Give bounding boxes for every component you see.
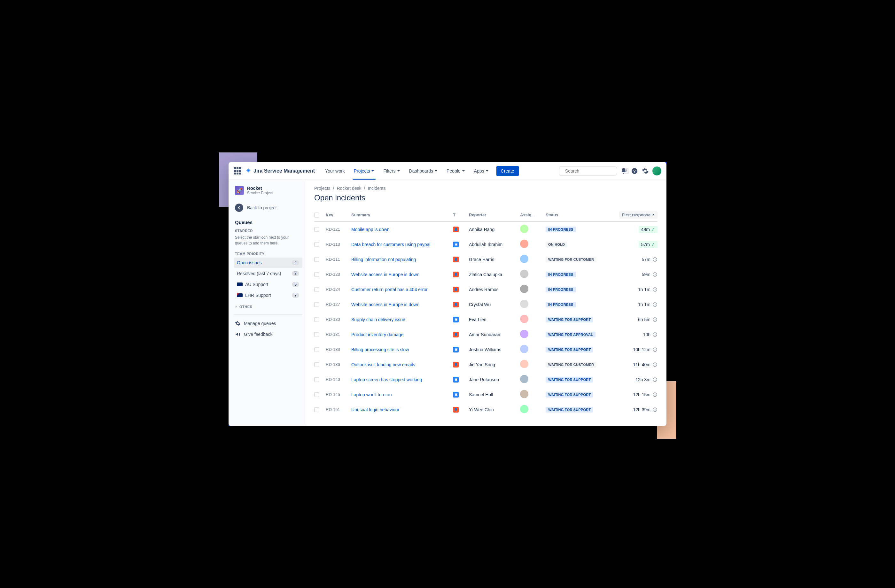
issue-summary-link[interactable]: Data breach for customers using paypal — [351, 242, 430, 247]
issue-summary-link[interactable]: Customer return portal has a 404 error — [351, 287, 428, 292]
breadcrumb-link[interactable]: Projects — [314, 186, 331, 191]
issue-key[interactable]: RD-136 — [326, 362, 351, 367]
response-time: 59m — [642, 272, 651, 277]
row-checkbox[interactable] — [314, 377, 319, 382]
issue-key[interactable]: RD-145 — [326, 392, 351, 397]
row-checkbox[interactable] — [314, 347, 319, 352]
col-summary[interactable]: Summary — [351, 212, 453, 217]
breadcrumb-link[interactable]: Incidents — [368, 186, 385, 191]
create-button[interactable]: Create — [496, 166, 519, 176]
nav-filters[interactable]: Filters — [379, 166, 404, 176]
notifications-icon[interactable] — [620, 167, 628, 175]
issue-key[interactable]: RD-111 — [326, 257, 351, 262]
app-switcher-icon[interactable] — [234, 167, 241, 175]
row-checkbox[interactable] — [314, 227, 319, 232]
row-checkbox[interactable] — [314, 407, 319, 412]
nav-apps[interactable]: Apps — [470, 166, 493, 176]
help-icon[interactable]: ? — [631, 167, 638, 175]
col-key[interactable]: Key — [326, 212, 351, 217]
reporter-name: Annika Rang — [469, 227, 520, 232]
sidebar-queue-item[interactable]: Resolved (last 7 days)3 — [234, 268, 302, 279]
assignee-avatar[interactable] — [520, 405, 528, 413]
table-row: RD-151 Unusual login behaviour 👤 Yi-Wen … — [314, 402, 657, 417]
issue-key[interactable]: RD-121 — [326, 227, 351, 232]
assignee-avatar[interactable] — [520, 390, 528, 398]
select-all-checkbox[interactable] — [314, 212, 319, 218]
row-checkbox[interactable] — [314, 317, 319, 322]
col-status[interactable]: Status — [546, 212, 606, 217]
brand[interactable]: Jira Service Management — [245, 168, 315, 174]
clock-icon — [652, 392, 657, 397]
nav-dashboards[interactable]: Dashboards — [405, 166, 442, 176]
reporter-name: Crystal Wu — [469, 302, 520, 307]
issue-key[interactable]: RD-124 — [326, 287, 351, 292]
issue-key[interactable]: RD-131 — [326, 332, 351, 337]
issue-summary-link[interactable]: Product inventory damage — [351, 332, 404, 337]
reporter-name: Andres Ramos — [469, 287, 520, 292]
assignee-avatar[interactable] — [520, 300, 528, 308]
nav-projects[interactable]: Projects — [350, 166, 378, 176]
row-checkbox[interactable] — [314, 332, 319, 337]
row-checkbox[interactable] — [314, 362, 319, 367]
row-checkbox[interactable] — [314, 257, 319, 262]
issue-summary-link[interactable]: Outlook isn't loading new emails — [351, 362, 415, 367]
assignee-avatar[interactable] — [520, 285, 528, 293]
chevron-right-icon — [235, 306, 238, 308]
assignee-avatar[interactable] — [520, 225, 528, 233]
row-checkbox[interactable] — [314, 392, 319, 397]
col-reporter[interactable]: Reporter — [469, 212, 520, 217]
issue-summary-link[interactable]: Laptop screen has stopped working — [351, 377, 422, 382]
assignee-avatar[interactable] — [520, 270, 528, 278]
issue-summary-link[interactable]: Supply chain delivery issue — [351, 317, 405, 322]
issue-summary-link[interactable]: Unusual login behaviour — [351, 407, 399, 412]
issue-key[interactable]: RD-127 — [326, 302, 351, 307]
other-section-toggle[interactable]: OTHER — [234, 302, 302, 311]
assignee-avatar[interactable] — [520, 360, 528, 368]
issue-summary-link[interactable]: Website access in Europe is down — [351, 272, 419, 277]
profile-avatar[interactable] — [652, 167, 661, 176]
issue-summary-link[interactable]: Laptop won't turn on — [351, 392, 391, 397]
sidebar-queue-item[interactable]: LHR Support7 — [234, 290, 302, 300]
issue-key[interactable]: RD-123 — [326, 272, 351, 277]
assignee-avatar[interactable] — [520, 315, 528, 323]
sidebar-queue-item[interactable]: Open issues2 — [234, 258, 302, 268]
col-assignee[interactable]: Assig... — [520, 212, 546, 217]
nav-your-work[interactable]: Your work — [321, 166, 349, 176]
project-header[interactable]: 🚀 Rocket Service Project — [234, 186, 302, 195]
first-response-cell: 12h 3m — [606, 377, 657, 382]
flag-icon — [237, 282, 243, 286]
breadcrumb-link[interactable]: Rocket desk — [337, 186, 361, 191]
search-box[interactable]: / — [559, 166, 617, 176]
assignee-avatar[interactable] — [520, 255, 528, 263]
issue-key[interactable]: RD-151 — [326, 407, 351, 412]
issue-key[interactable]: RD-133 — [326, 347, 351, 352]
give-feedback-link[interactable]: Give feedback — [234, 329, 302, 340]
manage-queues-link[interactable]: Manage queues — [234, 318, 302, 329]
issue-key[interactable]: RD-140 — [326, 377, 351, 382]
assignee-avatar[interactable] — [520, 375, 528, 383]
reporter-name: Yi-Wen Chin — [469, 407, 520, 412]
row-checkbox[interactable] — [314, 302, 319, 307]
col-type[interactable]: T — [453, 212, 469, 217]
settings-icon[interactable] — [642, 167, 649, 175]
issue-key[interactable]: RD-113 — [326, 242, 351, 247]
assignee-avatar[interactable] — [520, 330, 528, 338]
row-checkbox[interactable] — [314, 272, 319, 277]
issue-summary-link[interactable]: Billing processing site is slow — [351, 347, 409, 352]
col-first-response[interactable]: First response — [606, 211, 657, 218]
issue-summary-link[interactable]: Mobile app is down — [351, 227, 390, 232]
row-checkbox[interactable] — [314, 287, 319, 292]
issue-key[interactable]: RD-130 — [326, 317, 351, 322]
issue-summary-link[interactable]: Billing information not populating — [351, 257, 416, 262]
table-row: RD-140 Laptop screen has stopped working… — [314, 372, 657, 387]
back-to-project[interactable]: Back to project — [234, 201, 302, 214]
row-checkbox[interactable] — [314, 242, 319, 247]
sidebar-queue-item[interactable]: AU Support5 — [234, 279, 302, 289]
search-input[interactable] — [565, 168, 621, 174]
assignee-avatar[interactable] — [520, 240, 528, 248]
nav-people[interactable]: People — [443, 166, 469, 176]
issue-summary-link[interactable]: Website access in Europe is down — [351, 302, 419, 307]
reporter-name: Abdullah Ibrahim — [469, 242, 520, 247]
issue-type-icon: 👤 — [453, 227, 459, 232]
assignee-avatar[interactable] — [520, 345, 528, 353]
